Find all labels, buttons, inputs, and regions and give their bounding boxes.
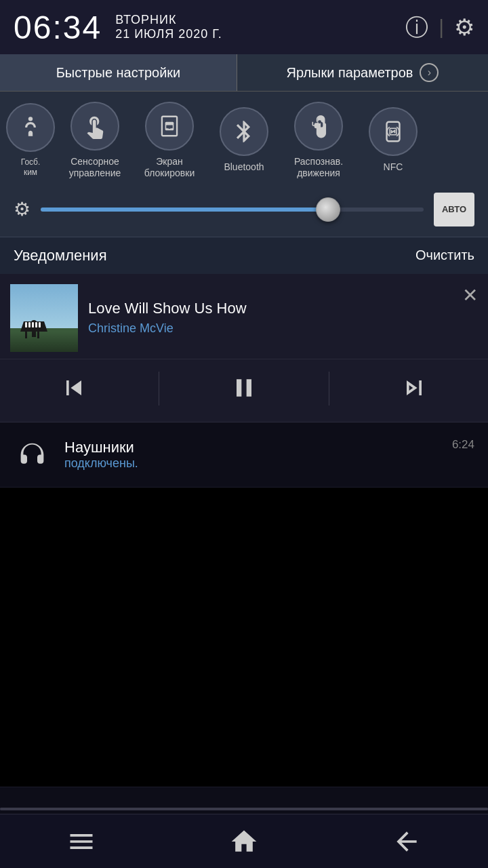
menu-button[interactable]: [46, 820, 117, 863]
ctrl-divider-2: [329, 372, 329, 406]
music-info: Love Will Show Us How Christine McVie: [78, 300, 478, 336]
bottom-area: [0, 787, 488, 814]
back-button[interactable]: [371, 820, 442, 863]
toggle-lockscreen[interactable]: Экранблокировки: [132, 102, 207, 179]
svg-rect-12: [37, 332, 39, 338]
toggle-touch[interactable]: Сенсорноеуправление: [58, 102, 132, 179]
svg-rect-13: [25, 322, 27, 328]
prev-track-icon: [59, 373, 89, 403]
headphone-icon-wrap: [14, 436, 51, 473]
scroll-thumb: [0, 808, 488, 810]
notifications-header: Уведомления Очистить: [0, 237, 488, 274]
svg-rect-8: [10, 328, 78, 352]
brightness-slider[interactable]: [41, 208, 424, 212]
accessibility-icon: [18, 115, 43, 140]
status-bar: 06:34 ВТОРНИК 21 ИЮЛЯ 2020 Г. ⓘ | ⚙: [0, 0, 488, 54]
back-icon: [392, 827, 422, 856]
scroll-bar[interactable]: [0, 808, 488, 810]
brightness-fill: [41, 208, 328, 212]
settings-icon[interactable]: ⚙: [454, 14, 474, 41]
toggle-nfc[interactable]: NFC: [356, 107, 430, 173]
weekday: ВТОРНИК: [115, 13, 222, 27]
svg-point-0: [28, 117, 33, 121]
brightness-gear-icon[interactable]: ⚙: [14, 198, 30, 220]
toggle-bluetooth[interactable]: Bluetooth: [207, 107, 281, 173]
quick-settings-panel: Быстрые настройки Ярлыки параметров › Го…: [0, 54, 488, 237]
date: 21 ИЮЛЯ 2020 Г.: [115, 27, 222, 41]
music-card-top: Love Will Show Us How Christine McVie ✕: [0, 274, 488, 359]
toggle-gesture[interactable]: Распознав.движения: [281, 102, 356, 179]
tab-arrow-icon: ›: [420, 63, 439, 82]
svg-rect-11: [25, 332, 27, 338]
song-title: Love Will Show Us How: [88, 300, 468, 317]
bluetooth-icon: [231, 119, 257, 144]
album-art: [10, 284, 78, 352]
svg-rect-16: [35, 322, 37, 328]
headphones-notification-card: Наушники подключены. 6:24: [0, 422, 488, 488]
toggle-accessibility[interactable]: Госб.ким: [3, 103, 58, 177]
lockscreen-icon: [157, 113, 182, 139]
nfc-icon: [380, 119, 406, 144]
toggles-row: Госб.ким Сенсорноеуправление Экранбло: [0, 92, 488, 189]
prev-track-button[interactable]: [39, 366, 109, 412]
svg-rect-7: [10, 284, 78, 352]
menu-icon: [66, 827, 96, 856]
close-music-button[interactable]: ✕: [462, 284, 478, 307]
auto-brightness-button[interactable]: АВТО: [434, 193, 474, 226]
navigation-bar: [0, 814, 488, 868]
brightness-thumb[interactable]: [316, 197, 340, 222]
home-button[interactable]: [209, 820, 279, 863]
headphones-info: Наушники подключены.: [64, 439, 439, 471]
headphones-time: 6:24: [452, 438, 474, 452]
artist-name: Christine McVie: [88, 321, 468, 336]
tab-shortcuts[interactable]: Ярлыки параметров ›: [237, 54, 488, 91]
notifications-title: Уведомления: [14, 247, 107, 264]
pause-button[interactable]: [209, 366, 279, 412]
settings-tabs: Быстрые настройки Ярлыки параметров ›: [0, 54, 488, 92]
clear-notifications-button[interactable]: Очистить: [415, 248, 474, 263]
help-icon[interactable]: ⓘ: [405, 16, 428, 39]
home-icon: [229, 827, 259, 856]
music-notification-card: Love Will Show Us How Christine McVie ✕: [0, 274, 488, 422]
music-controls: [0, 359, 488, 422]
headphone-icon: [17, 439, 47, 470]
next-track-icon: [399, 373, 429, 403]
pause-icon: [229, 373, 259, 403]
next-track-button[interactable]: [379, 366, 449, 412]
headphones-status: подключены.: [64, 456, 439, 471]
brightness-row: ⚙ АВТО: [0, 189, 488, 237]
date-block: ВТОРНИК 21 ИЮЛЯ 2020 Г.: [115, 13, 222, 41]
svg-point-4: [168, 125, 171, 129]
touch-icon: [82, 113, 108, 139]
status-time: 06:34: [14, 9, 102, 46]
headphones-title: Наушники: [64, 439, 439, 456]
gesture-icon: [306, 113, 331, 139]
tab-quick-settings[interactable]: Быстрые настройки: [0, 54, 237, 91]
status-icons: ⓘ | ⚙: [405, 14, 474, 41]
ctrl-divider-1: [159, 372, 159, 406]
svg-rect-14: [28, 322, 30, 328]
svg-rect-15: [32, 322, 34, 328]
svg-rect-17: [39, 322, 41, 328]
